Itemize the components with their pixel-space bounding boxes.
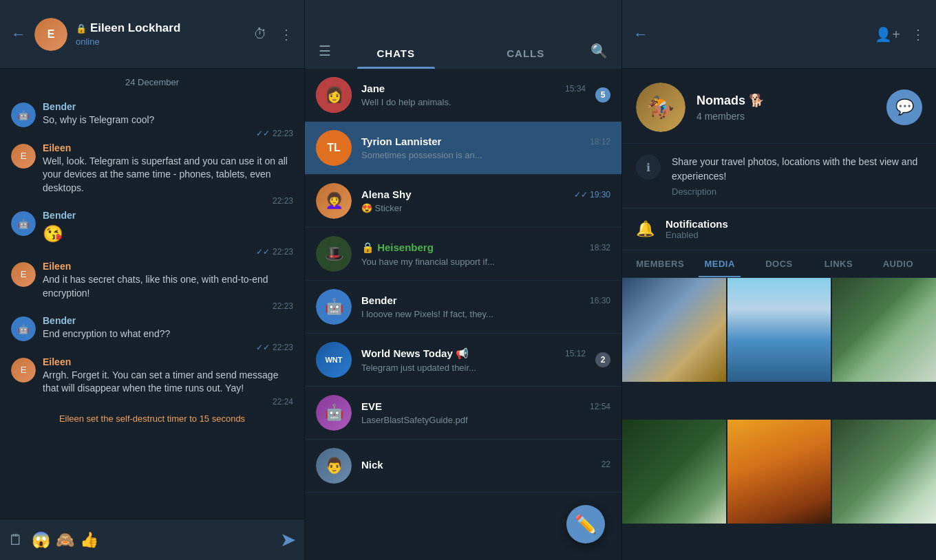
tab-audio[interactable]: AUDIO <box>869 250 928 277</box>
quick-emojis: 😱 🙈 👍 <box>32 531 272 549</box>
chat-info: Nick 22 <box>361 459 610 473</box>
chat-item-heisenberg[interactable]: 🎩 🔒 Heisenberg 18:32 You have my financi… <box>305 228 621 281</box>
chat-name: Jane <box>361 83 385 94</box>
chat-name: EVE <box>361 400 382 412</box>
chat-preview: Well I do help animals. <box>361 97 586 107</box>
unread-badge: 5 <box>595 87 610 103</box>
message-check: ✓✓ <box>256 343 270 352</box>
chat-item-tyrion[interactable]: TL Tyrion Lannister 18:12 Sometimes poss… <box>305 122 621 175</box>
more-options-icon[interactable]: ⋮ <box>911 26 925 43</box>
group-members-count: 4 members <box>696 111 764 122</box>
message-time-row: 22:23 <box>43 301 293 311</box>
media-item[interactable] <box>832 420 936 524</box>
group-avatar: 🏇 <box>636 83 685 132</box>
sender-avatar: 🤖 <box>11 316 36 341</box>
tab-calls[interactable]: CALLS <box>461 47 591 69</box>
message-row: E Eileen Arrgh. Forget it. You can set a… <box>11 356 293 407</box>
tab-chats[interactable]: CHATS <box>331 47 461 69</box>
description-text: Share your travel photos, locations with… <box>672 155 922 184</box>
chat-time: 18:32 <box>590 243 610 252</box>
message-sender: Bender <box>43 210 293 221</box>
send-button[interactable]: ➤ <box>280 528 296 551</box>
chat-item-jane[interactable]: 👩 Jane 15:34 Well I do help animals. 5 <box>305 69 621 122</box>
message-check: ✓✓ <box>256 247 270 257</box>
compose-fab[interactable]: ✏️ <box>566 505 605 543</box>
notifications-row[interactable]: 🔔 Notifications Enabled <box>622 208 936 250</box>
back-button[interactable]: ← <box>11 25 26 43</box>
hamburger-button[interactable]: ☰ <box>319 43 331 69</box>
header-info: 🔒 Eileen Lockhard online <box>76 21 245 47</box>
back-button[interactable]: ← <box>633 25 648 43</box>
message-content: Eileen Well, look. Telegram is superfast… <box>43 142 293 206</box>
group-name: Nomads 🐕 <box>696 93 764 108</box>
chat-name-row: EVE 12:54 <box>361 400 610 412</box>
user-name: Eileen Lockhard <box>90 21 180 35</box>
right-header: ← 👤+ ⋮ <box>622 0 936 69</box>
chat-item-eve[interactable]: 🤖 EVE 12:54 LaserBlastSafetyGuide.pdf <box>305 387 621 440</box>
chat-info: EVE 12:54 LaserBlastSafetyGuide.pdf <box>361 400 610 425</box>
message-content: Bender End encryption to what end?? ✓✓ 2… <box>43 315 293 352</box>
chat-avatar: 🤖 <box>316 289 352 325</box>
message-time-row: ✓✓ 22:23 <box>43 343 293 352</box>
group-info-card: 🏇 Nomads 🐕 4 members 💬 <box>622 69 936 144</box>
media-item[interactable] <box>832 278 936 382</box>
chat-name-row: Bender 16:30 <box>361 294 610 306</box>
middle-panel: ☰ CHATS CALLS 🔍 👩 Jane 15:34 Well I do h… <box>304 0 622 560</box>
chat-time: 22 <box>602 460 610 469</box>
media-item[interactable] <box>622 420 726 524</box>
emoji-scared[interactable]: 😱 <box>32 531 50 549</box>
avatar: E <box>34 18 67 51</box>
sender-avatar: 🤖 <box>11 103 36 127</box>
chat-preview: LaserBlastSafetyGuide.pdf <box>361 415 610 425</box>
tab-members[interactable]: MEMBERS <box>630 250 690 277</box>
chat-avatar: 🎩 <box>316 236 352 272</box>
chat-time: 18:12 <box>590 137 610 147</box>
chat-avatar: WNT <box>316 342 352 378</box>
search-icon[interactable]: 🔍 <box>591 43 608 59</box>
media-item[interactable] <box>727 420 831 524</box>
left-panel: ← E 🔒 Eileen Lockhard online ⏱ ⋮ 24 Dece… <box>0 0 304 560</box>
message-sender: Eileen <box>43 261 293 272</box>
timer-icon[interactable]: ⏱ <box>253 26 267 43</box>
chat-item-worldnews[interactable]: WNT World News Today 📢 15:12 Telegram ju… <box>305 334 621 387</box>
notifications-icon: 🔔 <box>636 220 655 238</box>
message-time-row: ✓✓ 22:23 <box>43 129 293 138</box>
chat-info: Bender 16:30 I looove new Pixels! If fac… <box>361 294 610 319</box>
right-header-icons: 👤+ ⋮ <box>875 26 925 43</box>
info-icon: ℹ <box>636 155 661 180</box>
message-row: E Eileen And it has secret chats, like t… <box>11 261 293 311</box>
emoji-thumbsup[interactable]: 👍 <box>80 531 98 549</box>
tab-links[interactable]: LINKS <box>809 250 868 277</box>
sender-avatar: E <box>11 358 36 383</box>
emoji-monkey[interactable]: 🙈 <box>56 531 74 549</box>
chat-name-row: World News Today 📢 15:12 <box>361 347 586 360</box>
chat-name: Tyrion Lannister <box>361 136 441 147</box>
chat-preview: You have my financial support if... <box>361 257 610 267</box>
chat-info: World News Today 📢 15:12 Telegram just u… <box>361 347 586 373</box>
chat-time: 12:54 <box>590 402 610 411</box>
more-icon[interactable]: ⋮ <box>279 26 293 43</box>
message-time: 22:24 <box>273 397 293 407</box>
message-time-row: 22:24 <box>43 397 293 407</box>
tab-docs[interactable]: DOCS <box>749 250 809 277</box>
message-text: Well, look. Telegram is superfast and yo… <box>43 155 293 195</box>
media-item[interactable] <box>622 278 726 382</box>
message-sender: Eileen <box>43 142 293 153</box>
sticker-button[interactable]: 🗒 <box>8 531 23 549</box>
chat-time: ✓✓ 19:30 <box>574 190 610 200</box>
message-content: Bender So, why is Telegram cool? ✓✓ 22:2… <box>43 101 293 138</box>
add-member-icon[interactable]: 👤+ <box>875 26 900 43</box>
message-time: 22:23 <box>273 129 293 138</box>
message-time: 22:23 <box>273 301 293 311</box>
media-item[interactable] <box>727 278 831 382</box>
tab-media[interactable]: MEDIA <box>690 250 749 277</box>
chat-item-alena[interactable]: 👩‍🦱 Alena Shy ✓✓ 19:30 😍 Sticker <box>305 175 621 228</box>
left-header: ← E 🔒 Eileen Lockhard online ⏱ ⋮ <box>0 0 304 69</box>
message-check: ✓✓ <box>256 129 270 138</box>
message-row: 🤖 Bender 😘 ✓✓ 22:23 <box>11 210 293 257</box>
notifications-content: Notifications Enabled <box>666 218 728 240</box>
media-tabs: MEMBERS MEDIA DOCS LINKS AUDIO <box>622 250 936 278</box>
message-button[interactable]: 💬 <box>886 89 922 125</box>
chat-item-bender[interactable]: 🤖 Bender 16:30 I looove new Pixels! If f… <box>305 281 621 334</box>
chat-item-nick[interactable]: 👨 Nick 22 <box>305 440 621 493</box>
